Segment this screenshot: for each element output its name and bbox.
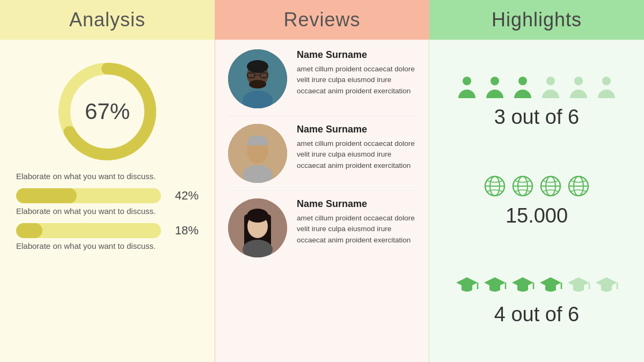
bar-fill-1 bbox=[16, 188, 77, 203]
avatar-3 bbox=[228, 198, 287, 257]
globe-icons-row bbox=[483, 174, 590, 198]
analysis-title: Analysis bbox=[69, 9, 145, 31]
highlight-number-2: 15.000 bbox=[506, 204, 568, 227]
globe-icon-4 bbox=[567, 174, 590, 198]
person-icon-5 bbox=[567, 76, 590, 99]
grad-icon-6 bbox=[595, 273, 618, 297]
person-icon-1 bbox=[455, 76, 479, 99]
header-reviews: Reviews bbox=[215, 0, 429, 40]
review-item-1: Name Surname amet cillum proident occaec… bbox=[228, 49, 416, 116]
svg-point-4 bbox=[247, 60, 268, 73]
review-item-2: Name Surname amet cillum proident occaec… bbox=[228, 124, 416, 191]
analysis-column: 67% Elaborate on what you want to discus… bbox=[0, 40, 215, 362]
review-name-3: Name Surname bbox=[297, 198, 416, 210]
highlights-column: 3 out of 6 bbox=[429, 40, 644, 362]
svg-point-20 bbox=[518, 77, 527, 85]
globe-icon-2 bbox=[511, 174, 535, 198]
svg-point-23 bbox=[602, 77, 611, 85]
person-icon-3 bbox=[511, 76, 535, 99]
grad-icons-row bbox=[455, 273, 618, 297]
highlights-title: Highlights bbox=[492, 9, 582, 31]
donut-wrapper: 67% bbox=[16, 58, 199, 165]
person-icon-4 bbox=[539, 76, 562, 99]
bar-row-1: 42% bbox=[16, 188, 199, 203]
globe-icon-3 bbox=[539, 174, 562, 198]
svg-point-21 bbox=[546, 77, 555, 85]
person-icon-6 bbox=[595, 76, 618, 99]
bar-fill-2 bbox=[16, 223, 42, 238]
bar-pct-1: 42% bbox=[170, 189, 199, 203]
review-body-3: amet cillum proident occaecat dolore vel… bbox=[297, 213, 416, 246]
highlight-section-3: 4 out of 6 bbox=[440, 273, 633, 326]
donut-label: 67% bbox=[85, 99, 130, 124]
highlight-section-2: 15.000 bbox=[440, 174, 633, 227]
review-body-1: amet cillum proident occaecat dolore vel… bbox=[297, 64, 416, 97]
svg-point-8 bbox=[249, 80, 266, 88]
review-text-1: Name Surname amet cillum proident occaec… bbox=[297, 49, 416, 97]
highlight-section-1: 3 out of 6 bbox=[440, 76, 633, 129]
review-name-2: Name Surname bbox=[297, 124, 416, 135]
header-row: Analysis Reviews Highlights bbox=[0, 0, 644, 40]
grad-icon-3 bbox=[511, 273, 535, 297]
review-item-3: Name Surname amet cillum proident occaec… bbox=[228, 198, 416, 265]
analysis-text-1: Elaborate on what you want to discuss. bbox=[16, 172, 156, 181]
analysis-text-3: Elaborate on what you want to discuss. bbox=[16, 241, 156, 250]
header-highlights: Highlights bbox=[429, 0, 644, 40]
grad-icon-4 bbox=[539, 273, 562, 297]
bar-pct-2: 18% bbox=[170, 224, 199, 238]
review-name-1: Name Surname bbox=[297, 49, 416, 61]
reviews-title: Reviews bbox=[283, 9, 360, 31]
highlight-number-3: 4 out of 6 bbox=[494, 303, 579, 326]
bar-row-2: 18% bbox=[16, 223, 199, 238]
reviews-column: Name Surname amet cillum proident occaec… bbox=[215, 40, 429, 362]
svg-point-19 bbox=[491, 77, 499, 85]
people-icons-row bbox=[455, 76, 618, 99]
avatar-2 bbox=[228, 124, 287, 183]
bar-track-2 bbox=[16, 223, 161, 238]
svg-point-22 bbox=[574, 77, 583, 85]
svg-point-16 bbox=[247, 209, 268, 223]
grad-icon-5 bbox=[567, 273, 590, 297]
review-body-2: amet cillum proident occaecat dolore vel… bbox=[297, 138, 416, 171]
avatar-1 bbox=[228, 49, 287, 108]
grad-icon-1 bbox=[455, 273, 479, 297]
grad-icon-2 bbox=[483, 273, 507, 297]
analysis-text-2: Elaborate on what you want to discuss. bbox=[16, 206, 156, 216]
bar-track-1 bbox=[16, 188, 161, 203]
highlight-number-1: 3 out of 6 bbox=[494, 106, 579, 129]
donut-chart: 67% bbox=[54, 58, 161, 165]
header-analysis: Analysis bbox=[0, 0, 215, 40]
globe-icon-1 bbox=[483, 174, 507, 198]
svg-point-18 bbox=[463, 77, 471, 85]
review-text-2: Name Surname amet cillum proident occaec… bbox=[297, 124, 416, 171]
person-icon-2 bbox=[483, 76, 507, 99]
review-text-3: Name Surname amet cillum proident occaec… bbox=[297, 198, 416, 246]
content-row: 67% Elaborate on what you want to discus… bbox=[0, 40, 644, 362]
